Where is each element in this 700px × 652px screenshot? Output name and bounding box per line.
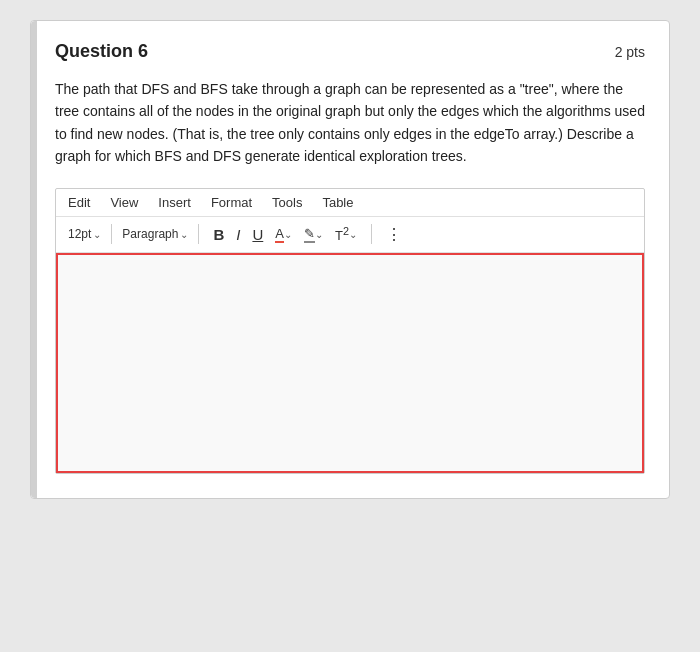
italic-button[interactable]: I [232,224,244,245]
superscript-label: T2 [335,225,349,243]
question-body: The path that DFS and BFS take through a… [55,78,645,168]
font-size-chevron: ⌄ [93,229,101,240]
menu-tools[interactable]: Tools [272,195,302,210]
editor-menubar: Edit View Insert Format Tools Table [56,189,644,217]
question-title: Question 6 [55,41,148,62]
paragraph-value: Paragraph [122,227,178,241]
more-icon: ⋮ [386,225,403,244]
font-color-chevron: ⌄ [284,229,292,240]
underline-button[interactable]: U [248,224,267,245]
font-color-button[interactable]: A ⌄ [271,224,296,245]
question-header: Question 6 2 pts [55,41,645,62]
menu-insert[interactable]: Insert [158,195,191,210]
menu-table[interactable]: Table [322,195,353,210]
highlight-label: ✎ [304,226,315,243]
font-size-value: 12pt [68,227,91,241]
superscript-chevron: ⌄ [349,229,357,240]
toolbar-divider-1 [111,224,112,244]
question-card: Question 6 2 pts The path that DFS and B… [30,20,670,499]
editor-content-area[interactable] [56,253,644,473]
card-accent [31,21,37,498]
menu-edit[interactable]: Edit [68,195,90,210]
paragraph-selector[interactable]: Paragraph ⌄ [122,227,188,241]
text-editor: Edit View Insert Format Tools Table 12pt… [55,188,645,474]
more-options-button[interactable]: ⋮ [382,223,407,246]
menu-format[interactable]: Format [211,195,252,210]
menu-view[interactable]: View [110,195,138,210]
paragraph-chevron: ⌄ [180,229,188,240]
toolbar-divider-2 [198,224,199,244]
question-points: 2 pts [615,44,645,60]
editor-toolbar: 12pt ⌄ Paragraph ⌄ B I U A ⌄ [56,217,644,253]
highlight-button[interactable]: ✎ ⌄ [300,224,327,245]
toolbar-divider-3 [371,224,372,244]
superscript-button[interactable]: T2 ⌄ [331,223,361,245]
font-color-label: A [275,226,284,243]
font-size-selector[interactable]: 12pt ⌄ [68,227,101,241]
highlight-chevron: ⌄ [315,229,323,240]
bold-button[interactable]: B [209,224,228,245]
